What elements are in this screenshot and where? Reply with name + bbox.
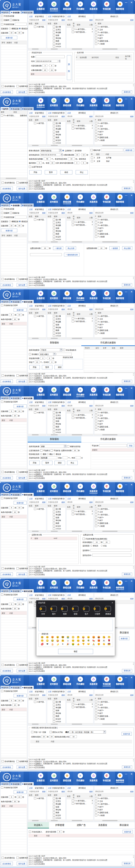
object-interval-to-input[interactable] <box>81 153 86 156</box>
handle-group-msg-checkbox[interactable] <box>17 182 19 184</box>
row-checkbox[interactable] <box>53 508 55 510</box>
handle-group-msg-checkbox[interactable] <box>17 374 19 377</box>
list-item[interactable]: 6蓝精灵全媒... <box>94 811 134 814</box>
list-item[interactable]: 李云鹏 <box>47 513 65 516</box>
search-link[interactable]: 搜索 <box>89 19 93 21</box>
sidebar-tab-auto-reply[interactable]: 自动回复 <box>10 10 21 14</box>
save-settings-button[interactable]: 保存设置 <box>17 572 27 576</box>
group-member-search-input[interactable] <box>95 501 130 503</box>
list-item[interactable]: 李云鹏 <box>47 320 65 323</box>
list-item[interactable]: 1A-新宁团队... <box>94 411 134 414</box>
list-item[interactable]: 杨周 <box>47 39 65 42</box>
row-checkbox[interactable] <box>53 335 55 337</box>
emoji-item[interactable]: ❤ <box>45 643 50 646</box>
row-checkbox[interactable] <box>34 218 36 221</box>
list-item[interactable]: 田少春 <box>47 507 65 510</box>
list-item[interactable]: 李云鹏 <box>47 706 65 709</box>
auto-accept-friend-checkbox[interactable] <box>2 760 4 763</box>
search-link[interactable]: 搜索 <box>89 501 93 503</box>
filter-link[interactable]: 过滤 <box>29 304 32 307</box>
reply-interval-from-input[interactable] <box>9 602 14 606</box>
emoji-item[interactable]: 😎 <box>60 636 65 639</box>
row-checkbox[interactable] <box>95 43 97 45</box>
row-checkbox[interactable] <box>95 130 97 133</box>
list-item[interactable]: 李云鹏 <box>47 802 65 805</box>
log-scrollbar[interactable]: ▲▼ <box>133 855 134 859</box>
emoji-item[interactable]: 🍉 <box>91 639 96 642</box>
sidebar-tab-auto-reply[interactable]: 自动回复 <box>10 107 21 110</box>
row-checkbox[interactable] <box>53 806 55 808</box>
nav-item-phone-fan-boost[interactable]: ⌗ 手机爆粉 <box>74 1 86 11</box>
row-checkbox[interactable] <box>95 128 97 130</box>
nav-item-message-forward[interactable]: ♺ 消息转发 <box>87 677 100 686</box>
filter-link[interactable]: 过滤 <box>67 112 71 114</box>
list-item[interactable]: 王天生 <box>47 510 65 513</box>
auto-accept-friend-checkbox[interactable] <box>2 85 4 87</box>
sidebar-tab-auto-reply[interactable]: 自动回复 <box>10 782 21 785</box>
list-item[interactable]: AAV14 <box>47 527 65 530</box>
row-checkbox[interactable] <box>95 136 97 138</box>
filter-link[interactable]: 过滤 <box>29 208 32 210</box>
list-item[interactable]: 王天生 <box>47 800 65 802</box>
search-link[interactable]: 搜索 <box>130 790 134 793</box>
nav-item-message-forward[interactable]: ♺ 消息转发 <box>87 773 100 783</box>
auto-accept-friend-checkbox[interactable] <box>2 182 4 184</box>
note-input[interactable] <box>56 353 72 355</box>
content-input[interactable] <box>101 149 123 152</box>
nav-item-micro-group-manage[interactable]: ⚉ 微群管理 <box>114 387 126 397</box>
list-item[interactable]: A-新宁团.. <box>28 797 46 800</box>
added-count-input[interactable] <box>35 361 39 364</box>
start-button[interactable]: 开始 <box>29 461 40 465</box>
row-checkbox[interactable] <box>53 326 55 329</box>
list-item[interactable]: 杨周 <box>47 811 65 814</box>
filter-link[interactable]: 过滤 <box>67 690 71 692</box>
list-item[interactable]: 2新宁团队软...7 <box>66 127 93 130</box>
row-checkbox[interactable] <box>95 712 97 714</box>
list-item[interactable]: 王天生 <box>47 703 65 706</box>
emoji-item[interactable]: 😍 <box>50 636 55 639</box>
row-checkbox[interactable] <box>53 122 55 124</box>
filter-link[interactable]: 过滤 <box>48 786 51 789</box>
sidebar-tab-account-list[interactable]: 账号列 <box>0 493 10 496</box>
start-new-wechat-button[interactable]: 启动新微信 <box>1 187 13 190</box>
nav-item-micro-group-manage[interactable]: ⚉ 微群管理 <box>114 1 126 11</box>
list-item[interactable]: 李红梅 <box>47 133 65 136</box>
sidebar-tab-account-list[interactable]: 账号列 <box>0 300 10 303</box>
group-member-search-input[interactable] <box>95 19 130 21</box>
list-item[interactable]: 3A-新宁团队... <box>94 416 134 420</box>
row-checkbox[interactable] <box>53 34 55 36</box>
list-item[interactable]: 1A-新宁团队... <box>94 797 134 800</box>
search-link[interactable]: 搜索 <box>89 790 93 793</box>
filter-link[interactable]: 过滤 <box>48 594 51 596</box>
row-checkbox[interactable] <box>53 527 55 530</box>
row-checkbox[interactable] <box>34 701 36 703</box>
filter-link[interactable]: 过滤 <box>48 208 51 210</box>
content-interval-to-input[interactable] <box>49 64 54 67</box>
row-checkbox[interactable] <box>95 800 97 802</box>
sidebar-tab-new-friend-reply[interactable]: 新好友回复 <box>21 204 34 207</box>
loop-count-input[interactable] <box>37 161 42 164</box>
list-item[interactable]: 2新宁团队软...7 <box>66 513 93 516</box>
hscrollbar[interactable] <box>28 820 46 821</box>
add-count-input[interactable] <box>63 456 68 459</box>
reply-interval-to-input[interactable] <box>17 313 22 316</box>
row-checkbox[interactable] <box>95 224 97 226</box>
greet-new-friend-checkbox[interactable] <box>1 690 3 692</box>
sidebar-tab-auto-reply[interactable]: 自动回复 <box>10 300 21 303</box>
row-checkbox[interactable] <box>95 508 97 510</box>
list-item[interactable]: 1A-新宁团队...3 <box>66 220 93 223</box>
list-item[interactable]: AAV14 <box>47 720 65 723</box>
list-item[interactable]: A-新宁团.. <box>28 25 46 28</box>
list-item[interactable]: 2王米 <box>94 414 134 416</box>
group-search-input[interactable] <box>67 19 89 21</box>
nav-item-phone-fan-boost[interactable]: ⌗ 手机爆粉 <box>74 484 86 493</box>
nav-item-message-forward[interactable]: ♺ 消息转发 <box>87 1 100 11</box>
nav-item-phone-fan-boost[interactable]: ⌗ 手机爆粉 <box>74 98 86 107</box>
search-link[interactable]: 搜索 <box>42 404 46 407</box>
list-item[interactable]: 1A-新宁团队... <box>94 25 134 28</box>
emoji-item[interactable]: 🎁 <box>97 639 101 642</box>
add-deny-keyword-button[interactable]: 添加 <box>127 444 134 447</box>
list-item[interactable]: 封玉珍 <box>47 139 65 142</box>
pull-interval-input[interactable] <box>42 247 48 250</box>
list-item[interactable]: 2新宁团队软...7 <box>66 223 93 226</box>
